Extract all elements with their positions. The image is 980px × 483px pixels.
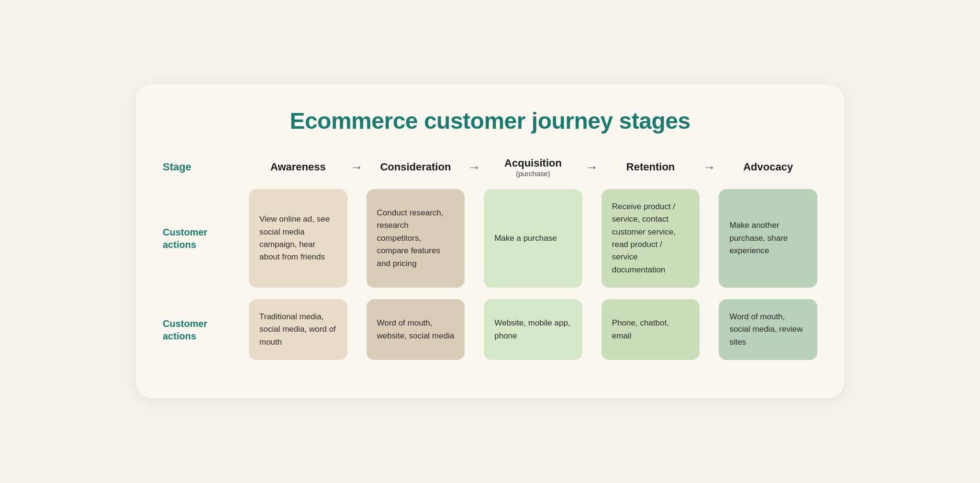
col-header-acquisition: Acquisition (purchase) — [484, 157, 582, 178]
cell-r2-consideration: Word of mouth, website, social media — [367, 299, 465, 360]
gap-6 — [465, 299, 484, 360]
cell-r1-consideration: Conduct research, research competitors, … — [367, 189, 465, 288]
cell-r2-awareness: Traditional media, social media, word of… — [249, 299, 347, 360]
row-2-label: Customer actions — [163, 299, 249, 360]
gap-1 — [347, 189, 367, 288]
arrow-3: → — [582, 160, 601, 175]
cell-r1-acquisition: Make a purchase — [484, 189, 582, 288]
gap-7 — [582, 299, 601, 360]
content-row-1: Customer actions View online ad, see soc… — [163, 189, 817, 288]
arrow-4: → — [700, 160, 719, 175]
cell-r1-advocacy: Make another purchase, share experience — [719, 189, 817, 288]
journey-table: Stage Awareness → Consideration → Acquis… — [163, 157, 817, 360]
stage-label: Stage — [163, 161, 249, 173]
row-1-label: Customer actions — [163, 189, 249, 288]
arrow-2: → — [465, 160, 484, 175]
col-header-retention: Retention — [601, 161, 700, 173]
cell-r2-retention: Phone, chatbot, email — [601, 299, 700, 360]
gap-8 — [700, 299, 719, 360]
gap-4 — [700, 189, 719, 288]
col-header-awareness: Awareness — [249, 161, 347, 173]
header-row: Stage Awareness → Consideration → Acquis… — [163, 157, 817, 178]
gap-3 — [582, 189, 601, 288]
col-header-advocacy: Advocacy — [719, 161, 817, 173]
col-header-consideration: Consideration — [367, 161, 465, 173]
arrow-1: → — [347, 160, 367, 175]
cell-r1-retention: Receive product / service, contact custo… — [601, 189, 700, 288]
gap-5 — [347, 299, 367, 360]
cell-r1-awareness: View online ad, see social media campaig… — [249, 189, 347, 288]
cell-r2-advocacy: Word of mouth, social media, review site… — [719, 299, 817, 360]
content-row-2: Customer actions Traditional media, soci… — [163, 299, 817, 360]
main-card: Ecommerce customer journey stages Stage … — [136, 85, 844, 398]
gap-2 — [465, 189, 484, 288]
cell-r2-acquisition: Website, mobile app, phone — [484, 299, 582, 360]
page-title: Ecommerce customer journey stages — [163, 108, 817, 134]
